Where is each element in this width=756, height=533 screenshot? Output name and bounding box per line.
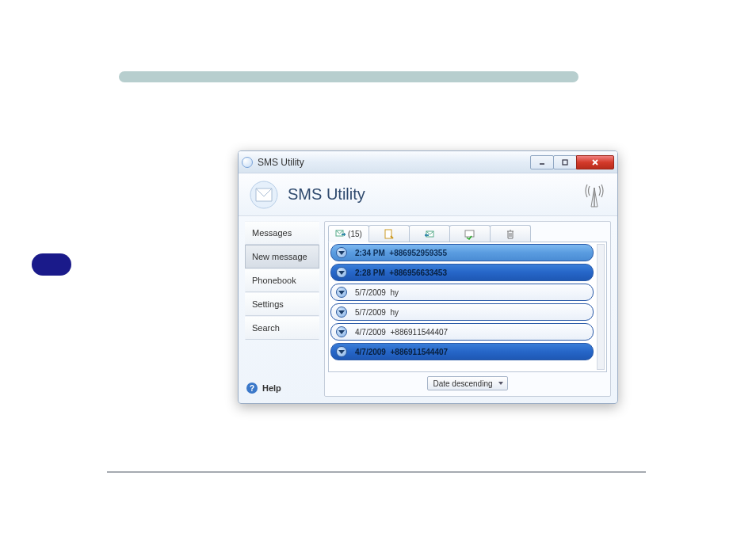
- window-controls: [531, 155, 614, 169]
- maximize-icon: [561, 158, 569, 166]
- window-title: SMS Utility: [258, 157, 531, 168]
- svg-rect-1: [563, 160, 567, 165]
- help-label: Help: [262, 383, 281, 393]
- sidebar-item-label: Messages: [252, 228, 292, 238]
- sort-dropdown[interactable]: Date descending: [427, 376, 507, 390]
- sort-bar: Date descending: [328, 374, 607, 393]
- sidebar-item-phonebook[interactable]: Phonebook: [245, 268, 319, 292]
- message-row[interactable]: 5/7/2009 hy: [330, 284, 594, 301]
- message-sender: +886956633453: [389, 268, 447, 277]
- message-list[interactable]: 2:34 PM +886952959355 2:28 PM +886956633…: [328, 242, 607, 372]
- sidebar-spacer: [245, 340, 319, 379]
- message-row[interactable]: 2:34 PM +886952959355: [330, 244, 594, 261]
- decorative-pill: [32, 253, 71, 276]
- minimize-icon: [538, 158, 546, 166]
- outbox-icon: [424, 229, 435, 240]
- sidebar-item-new-message[interactable]: New message: [245, 245, 319, 268]
- divider-line: [107, 471, 646, 473]
- sidebar-item-label: Settings: [252, 299, 284, 309]
- message-time: 2:28 PM: [355, 268, 385, 277]
- sidebar-item-settings[interactable]: Settings: [245, 292, 319, 316]
- envelope-icon: [250, 181, 278, 209]
- message-time: 4/7/2009: [355, 328, 386, 337]
- app-window: SMS Utility SMS Utility: [238, 150, 618, 404]
- tab-drafts[interactable]: [368, 225, 410, 242]
- expand-arrow-icon[interactable]: [336, 247, 347, 258]
- help-icon: ?: [246, 383, 258, 394]
- scrollbar[interactable]: [597, 244, 605, 370]
- header: SMS Utility: [239, 173, 617, 216]
- svg-rect-8: [385, 230, 391, 238]
- help-link[interactable]: ? Help: [245, 379, 319, 397]
- message-sender: hy: [391, 308, 399, 317]
- tab-outbox[interactable]: [409, 225, 450, 242]
- expand-arrow-icon[interactable]: [336, 267, 347, 278]
- sidebar-item-label: Search: [252, 323, 280, 333]
- antenna-icon: [582, 181, 606, 211]
- tab-trash[interactable]: [490, 225, 531, 242]
- message-sender: +886911544407: [391, 348, 449, 356]
- draft-icon: [384, 229, 395, 240]
- titlebar[interactable]: SMS Utility: [239, 151, 617, 173]
- trash-icon: [505, 229, 516, 240]
- svg-rect-10: [465, 230, 474, 237]
- app-title: SMS Utility: [288, 185, 365, 204]
- sidebar-item-search[interactable]: Search: [245, 316, 319, 340]
- body: Messages New message Phonebook Settings …: [239, 216, 617, 403]
- message-sender: +886911544407: [391, 328, 449, 337]
- message-time: 2:34 PM: [355, 249, 385, 257]
- message-tabbar: (15): [328, 225, 607, 242]
- close-icon: [590, 158, 600, 166]
- sidebar-item-messages[interactable]: Messages: [245, 221, 319, 245]
- content-panel: (15) 2:34 PM +8869: [324, 221, 611, 397]
- minimize-button[interactable]: [530, 155, 554, 169]
- tab-sent[interactable]: [449, 225, 491, 242]
- message-row[interactable]: 4/7/2009 +886911544407: [330, 343, 594, 360]
- app-titlebar-icon: [242, 157, 253, 168]
- sidebar-item-label: New message: [252, 252, 307, 261]
- decorative-bar: [119, 71, 578, 82]
- message-row[interactable]: 2:28 PM +886956633453: [330, 264, 594, 281]
- message-time: 4/7/2009: [355, 348, 386, 356]
- expand-arrow-icon[interactable]: [336, 287, 347, 298]
- maximize-button[interactable]: [553, 155, 577, 169]
- message-sender: hy: [391, 288, 399, 297]
- sidebar-item-label: Phonebook: [252, 276, 296, 285]
- message-row[interactable]: 5/7/2009 hy: [330, 303, 594, 321]
- sort-selected-label: Date descending: [433, 379, 492, 388]
- expand-arrow-icon[interactable]: [336, 346, 347, 357]
- message-sender: +886952959355: [389, 249, 447, 257]
- message-row[interactable]: 4/7/2009 +886911544407: [330, 323, 594, 341]
- expand-arrow-icon[interactable]: [336, 326, 347, 337]
- inbox-count: (15): [348, 230, 362, 238]
- tab-inbox[interactable]: (15): [328, 225, 369, 242]
- message-time: 5/7/2009: [355, 308, 386, 317]
- expand-arrow-icon[interactable]: [336, 306, 347, 318]
- sidebar: Messages New message Phonebook Settings …: [245, 221, 319, 397]
- message-time: 5/7/2009: [355, 288, 386, 297]
- inbox-icon: [335, 228, 346, 239]
- close-button[interactable]: [576, 155, 614, 169]
- sent-icon: [464, 229, 475, 240]
